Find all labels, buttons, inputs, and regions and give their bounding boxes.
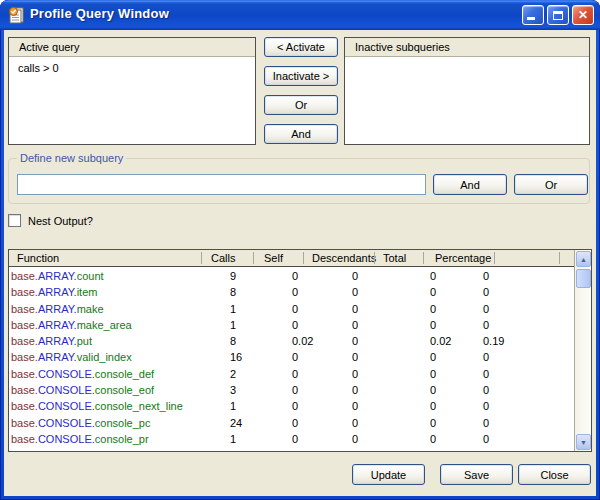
function-name: base.ARRAY.make_area	[11, 317, 132, 333]
table-row[interactable]: base.ARRAY.make_area10000	[9, 317, 574, 333]
cell-calls: 1	[230, 317, 236, 333]
table-row[interactable]: base.ARRAY.make10000	[9, 301, 574, 317]
cell-percentage: 0	[483, 284, 489, 300]
profile-query-window: Profile Query Window ✕ Active query call…	[0, 0, 600, 500]
nest-output-checkbox[interactable]	[8, 214, 21, 227]
function-name: base.ARRAY.count	[11, 268, 104, 284]
cell-percentage: 0	[483, 268, 489, 284]
table-row[interactable]: base.CONSOLE.console_pr10000	[9, 431, 574, 447]
cell-self: 0	[292, 268, 298, 284]
table-row[interactable]: base.CONSOLE.console_next_line10000	[9, 398, 574, 414]
cell-percentage: 0	[483, 317, 489, 333]
cell-total: 0	[430, 431, 436, 447]
cell-self: 0	[292, 349, 298, 365]
function-name: base.CONSOLE.console_eof	[11, 382, 154, 398]
active-query-list[interactable]: calls > 0	[9, 58, 255, 144]
table-header: FunctionCallsSelfDescendantsTotalPercent…	[9, 250, 591, 267]
dialog-content: Active query calls > 0 < Activate Inacti…	[4, 30, 596, 496]
save-button[interactable]: Save	[440, 464, 513, 485]
cell-calls: 1	[230, 398, 236, 414]
activate-button[interactable]: < Activate	[264, 37, 338, 57]
vertical-scrollbar[interactable]: ▲ ▼	[574, 250, 591, 451]
column-header-descendants[interactable]: Descendants	[312, 250, 376, 266]
scrollbar-thumb[interactable]	[576, 269, 591, 288]
title-bar[interactable]: Profile Query Window ✕	[0, 0, 600, 30]
cell-total: 0	[430, 415, 436, 431]
inactivate-button[interactable]: Inactivate >	[264, 66, 338, 86]
cell-self: 0	[292, 431, 298, 447]
cell-descendants: 0	[352, 431, 358, 447]
minimize-icon	[527, 17, 535, 20]
table-row[interactable]: base.ARRAY.item80000	[9, 284, 574, 300]
subquery-or-button[interactable]: Or	[514, 174, 588, 195]
cell-self: 0	[292, 415, 298, 431]
list-item[interactable]: calls > 0	[9, 58, 255, 74]
cell-descendants: 0	[352, 349, 358, 365]
column-header-percentage[interactable]: Percentage	[435, 250, 491, 266]
column-header-calls[interactable]: Calls	[211, 250, 235, 266]
table-row[interactable]: base.ARRAY.valid_index160000	[9, 349, 574, 365]
and-combine-button[interactable]: And	[264, 124, 338, 144]
cell-descendants: 0	[352, 333, 358, 349]
table-row[interactable]: base.CONSOLE.console_pc240000	[9, 415, 574, 431]
subquery-input[interactable]	[17, 174, 426, 195]
close-button[interactable]: Close	[518, 464, 591, 485]
inactive-subqueries-list[interactable]	[345, 58, 589, 144]
table-row[interactable]: base.CONSOLE.console_def20000	[9, 366, 574, 382]
cell-total: 0	[430, 317, 436, 333]
column-separator	[423, 252, 424, 264]
inactive-subqueries-panel: Inactive subqueries	[344, 37, 590, 145]
cell-calls: 24	[230, 415, 242, 431]
table-row[interactable]: base.ARRAY.count90000	[9, 268, 574, 284]
or-combine-button[interactable]: Or	[264, 95, 338, 115]
cell-percentage: 0.19	[483, 333, 504, 349]
update-button[interactable]: Update	[352, 464, 425, 485]
cell-percentage: 0	[483, 415, 489, 431]
window-title: Profile Query Window	[30, 6, 169, 21]
minimize-button[interactable]	[522, 5, 544, 25]
cell-percentage: 0	[483, 349, 489, 365]
cell-percentage: 0	[483, 431, 489, 447]
cell-percentage: 0	[483, 366, 489, 382]
column-header-self[interactable]: Self	[264, 250, 283, 266]
nest-output-label: Nest Output?	[28, 215, 93, 227]
column-separator	[559, 252, 560, 264]
cell-calls: 8	[230, 284, 236, 300]
cell-self: 0	[292, 284, 298, 300]
cell-descendants: 0	[352, 284, 358, 300]
table-row[interactable]: base.CONSOLE.console_eof30000	[9, 382, 574, 398]
column-separator	[253, 252, 254, 264]
cell-total: 0.02	[430, 333, 451, 349]
cell-descendants: 0	[352, 317, 358, 333]
column-header-function[interactable]: Function	[17, 250, 59, 266]
cell-self: 0.02	[292, 333, 313, 349]
cell-descendants: 0	[352, 268, 358, 284]
active-query-title: Active query	[9, 38, 255, 57]
cell-total: 0	[430, 366, 436, 382]
table-row[interactable]: base.ARRAY.put80.0200.020.19	[9, 333, 574, 349]
cell-descendants: 0	[352, 301, 358, 317]
cell-descendants: 0	[352, 415, 358, 431]
function-name: base.ARRAY.valid_index	[11, 349, 132, 365]
scroll-up-icon[interactable]: ▲	[576, 251, 591, 267]
active-query-panel: Active query calls > 0	[8, 37, 256, 145]
maximize-button[interactable]	[547, 5, 569, 25]
cell-calls: 8	[230, 333, 236, 349]
function-name: base.CONSOLE.console_pr	[11, 431, 149, 447]
cell-percentage: 0	[483, 382, 489, 398]
cell-calls: 9	[230, 268, 236, 284]
subquery-and-button[interactable]: And	[433, 174, 507, 195]
column-separator	[201, 252, 202, 264]
column-header-total[interactable]: Total	[383, 250, 406, 266]
function-name: base.ARRAY.put	[11, 333, 92, 349]
cell-descendants: 0	[352, 366, 358, 382]
close-icon: ✕	[573, 8, 593, 22]
close-window-button[interactable]: ✕	[572, 5, 594, 25]
scroll-down-icon[interactable]: ▼	[576, 434, 591, 450]
cell-descendants: 0	[352, 398, 358, 414]
cell-calls: 3	[230, 382, 236, 398]
cell-descendants: 0	[352, 382, 358, 398]
function-name: base.CONSOLE.console_pc	[11, 415, 150, 431]
define-subquery-label: Define new subquery	[17, 152, 126, 164]
column-separator	[494, 252, 495, 264]
